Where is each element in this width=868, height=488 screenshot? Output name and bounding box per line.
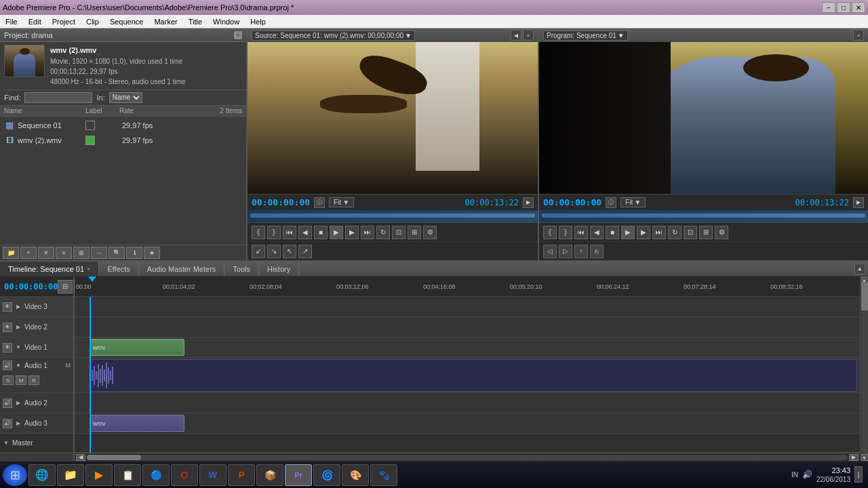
source-step-fwd[interactable]: ▶ xyxy=(345,226,359,239)
snap-button[interactable]: ⊟ xyxy=(58,280,73,293)
list-view-button[interactable]: ≡ xyxy=(56,247,72,259)
track-row-audio1[interactable] xyxy=(75,358,860,393)
track-row-audio3[interactable]: wmv xyxy=(75,413,860,434)
video1-clip[interactable]: wmv xyxy=(90,339,184,356)
prog-go-in[interactable]: ⏮ xyxy=(574,226,588,239)
prog-mark-in[interactable]: { xyxy=(543,226,557,239)
menu-help[interactable]: Help xyxy=(248,18,269,26)
video1-expand[interactable]: ▼ xyxy=(15,344,22,351)
video2-visibility[interactable]: 👁 xyxy=(3,323,12,332)
taskbar-notes[interactable]: 📋 xyxy=(114,464,141,486)
timeline-v-scrollbar[interactable]: ▲ ▼ xyxy=(860,277,868,461)
source-go-out[interactable]: ⏭ xyxy=(361,226,374,239)
program-time-btn[interactable]: ⓘ xyxy=(606,197,616,208)
source-play[interactable]: ▶ xyxy=(330,226,343,239)
menu-project[interactable]: Project xyxy=(50,18,78,26)
audio1-btn3[interactable]: R xyxy=(28,375,39,385)
prog-extract[interactable]: ⎋ xyxy=(590,245,604,258)
taskbar-ppt[interactable]: P xyxy=(228,464,255,486)
audio1-btn1[interactable]: S xyxy=(3,375,14,385)
source-overwrite[interactable]: ↘ xyxy=(267,245,281,258)
menu-title[interactable]: Title xyxy=(186,18,205,26)
audio1-btn2[interactable]: M xyxy=(16,375,26,385)
track-row-video1[interactable]: wmv xyxy=(75,338,860,358)
source-mark-out[interactable]: } xyxy=(267,226,281,239)
timeline-ruler[interactable]: 00;00 00;01;04;02 00;02;08;04 00;03;12;0… xyxy=(75,277,860,297)
prog-step-back[interactable]: ◀ xyxy=(590,226,604,239)
maximize-button[interactable]: □ xyxy=(837,2,850,13)
prog-trim[interactable]: ◁ xyxy=(543,245,557,258)
prog-settings[interactable]: ⚙ xyxy=(715,226,728,239)
source-extract[interactable]: ↗ xyxy=(298,245,312,258)
automate-button[interactable]: → xyxy=(91,247,107,259)
source-step-back[interactable]: ◀ xyxy=(298,226,312,239)
list-item[interactable]: ▦ Sequence 01 29,97 fps xyxy=(0,118,246,133)
find-input[interactable] xyxy=(24,92,92,103)
timeline-current-time[interactable]: 00:00:00:00 xyxy=(4,282,58,291)
tab-audio-master[interactable]: Audio Master Meters xyxy=(139,262,224,276)
taskbar-chrome[interactable]: 🔵 xyxy=(142,464,170,486)
audio1-visibility[interactable]: 🔊 xyxy=(3,361,12,370)
prog-play[interactable]: ▶ xyxy=(621,226,635,239)
audio3-visibility[interactable]: 🔊 xyxy=(3,419,12,428)
effects-button[interactable]: ★ xyxy=(144,247,160,259)
taskbar-word[interactable]: W xyxy=(199,464,226,486)
scroll-left-btn[interactable]: ◀ xyxy=(76,454,85,461)
source-safe-margins[interactable]: ⊡ xyxy=(392,226,406,239)
source-loop[interactable]: ↻ xyxy=(376,226,390,239)
audio3-clip[interactable]: wmv xyxy=(90,415,184,432)
track-row-audio2[interactable] xyxy=(75,393,860,413)
clear-button[interactable]: ✕ xyxy=(38,247,54,259)
audio2-visibility[interactable]: 🔊 xyxy=(3,399,12,408)
source-time-btn[interactable]: ⓘ xyxy=(314,197,325,208)
program-title-dropdown[interactable]: Program: Sequence 01 ▼ xyxy=(543,30,628,41)
menu-file[interactable]: File xyxy=(3,18,20,26)
source-mark-in[interactable]: { xyxy=(252,226,265,239)
minimize-button[interactable]: − xyxy=(822,2,835,13)
v-scrollbar-thumb[interactable] xyxy=(861,283,868,310)
info-button[interactable]: ℹ xyxy=(126,247,142,259)
tab-tools[interactable]: Tools xyxy=(224,262,259,276)
track-row-video3[interactable] xyxy=(75,297,860,317)
prog-lift[interactable]: ↑ xyxy=(574,245,588,258)
source-lift[interactable]: ↖ xyxy=(283,245,296,258)
tab-history[interactable]: History xyxy=(259,262,299,276)
scroll-right-btn[interactable]: ▶ xyxy=(849,454,859,461)
scroll-up-btn[interactable]: ▲ xyxy=(861,277,868,283)
timeline-h-scrollbar[interactable]: ◀ ▶ xyxy=(75,453,860,461)
show-desktop-btn[interactable]: | xyxy=(854,466,863,483)
audio2-expand[interactable]: ▶ xyxy=(15,400,22,407)
menu-clip[interactable]: Clip xyxy=(83,18,102,26)
source-time-out-btn[interactable]: ▶ xyxy=(523,197,534,208)
video2-expand[interactable]: ▶ xyxy=(15,324,22,331)
source-timeline-track[interactable] xyxy=(248,211,538,222)
in-select[interactable]: Name xyxy=(109,92,142,103)
program-time-out-btn[interactable]: ▶ xyxy=(853,197,864,208)
audio1-expand[interactable]: ▼ xyxy=(15,362,22,369)
taskbar-opera[interactable]: O xyxy=(171,464,198,486)
source-output[interactable]: ⊞ xyxy=(408,226,421,239)
menu-sequence[interactable]: Sequence xyxy=(107,18,146,26)
timeline-panel-btn[interactable]: ▲ xyxy=(854,264,865,274)
source-close-button[interactable]: × xyxy=(523,30,534,41)
taskbar-paw[interactable]: 🐾 xyxy=(370,464,397,486)
timeline-tab-close[interactable]: × xyxy=(87,266,90,272)
prog-output[interactable]: ⊞ xyxy=(699,226,713,239)
program-scrub-bar[interactable] xyxy=(539,210,868,222)
track-row-master[interactable] xyxy=(75,434,860,453)
source-stop[interactable]: ■ xyxy=(314,226,328,239)
source-settings[interactable]: ⚙ xyxy=(423,226,437,239)
scroll-down-btn[interactable]: ▼ xyxy=(861,454,868,461)
taskbar-ie[interactable]: 🌐 xyxy=(28,464,56,486)
close-button[interactable]: ✕ xyxy=(852,2,865,13)
list-item[interactable]: 🎞 wmv (2).wmv 29,97 fps xyxy=(0,133,246,148)
source-insert[interactable]: ↙ xyxy=(252,245,265,258)
new-item-button[interactable]: + xyxy=(20,247,37,259)
prog-mark-out[interactable]: } xyxy=(559,226,572,239)
video3-visibility[interactable]: 👁 xyxy=(3,302,12,312)
menu-marker[interactable]: Marker xyxy=(151,18,180,26)
master-expand[interactable]: ▼ xyxy=(3,440,9,447)
menu-window[interactable]: Window xyxy=(210,18,242,26)
taskbar-winzip[interactable]: 📦 xyxy=(256,464,283,486)
source-scrub-bar[interactable] xyxy=(248,210,538,222)
